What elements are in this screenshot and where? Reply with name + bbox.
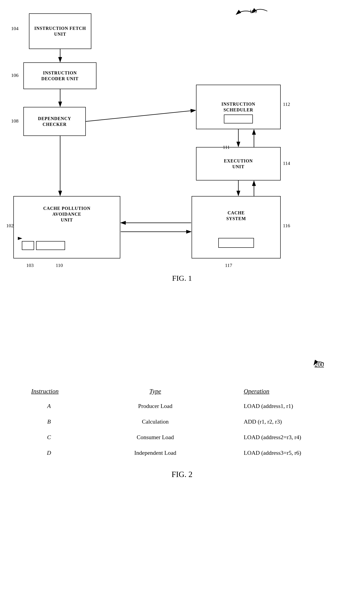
instruction-scheduler-block: INSTRUCTIONSCHEDULER bbox=[196, 85, 281, 129]
ref-111: 111 bbox=[223, 144, 230, 150]
instruction-fetch-block: INSTRUCTION FETCH UNIT bbox=[29, 13, 91, 49]
ref-100: 100 bbox=[250, 8, 257, 14]
ref-104: 104 bbox=[11, 26, 18, 31]
row-b-instruction: B bbox=[31, 418, 67, 425]
dependency-checker-block: DEPENDENCYCHECKER bbox=[23, 107, 86, 136]
fig2-title: FIG. 2 bbox=[18, 470, 346, 479]
instruction-decoder-block: INSTRUCTIONDECODER UNIT bbox=[23, 62, 97, 89]
page: { "fig1": { "title": "FIG. 1", "ref_100"… bbox=[0, 0, 364, 596]
ref-116: 116 bbox=[283, 223, 290, 229]
cache-system-block: CACHESYSTEM bbox=[192, 196, 281, 259]
row-a-operation: LOAD (address1, r1) bbox=[244, 403, 333, 410]
col-instruction-header: Instruction bbox=[31, 388, 67, 395]
fig1-diagram: 100 INSTRUCTION FETCH UNIT 104 INSTRUCTI… bbox=[0, 0, 364, 379]
arrows-svg bbox=[0, 0, 364, 379]
ref-114: 114 bbox=[283, 160, 290, 166]
row-a-type: Producer Load bbox=[124, 403, 186, 410]
ref-103: 103 bbox=[26, 262, 34, 268]
fig1-title: FIG. 1 bbox=[0, 274, 364, 283]
ref-102: 102 bbox=[6, 223, 14, 229]
ref-112: 112 bbox=[283, 101, 290, 107]
row-d-type: Independent Load bbox=[124, 450, 186, 456]
row-c-type: Consumer Load bbox=[124, 434, 186, 441]
table-header-row: Instruction Type Operation bbox=[31, 388, 333, 396]
table-row: C Consumer Load LOAD (address2=r3, r4) bbox=[31, 434, 333, 441]
row-d-operation: LOAD (address3=r5, r6) bbox=[244, 450, 333, 456]
row-c-operation: LOAD (address2=r3, r4) bbox=[244, 434, 333, 441]
table-row: D Independent Load LOAD (address3=r5, r6… bbox=[31, 450, 333, 456]
ref200-arrow bbox=[311, 359, 328, 370]
col-operation-header: Operation bbox=[244, 388, 333, 395]
cache-pollution-block: CACHE POLLUTIONAVOIDANCEUNIT bbox=[13, 196, 120, 259]
row-b-operation: ADD (r1, r2, r3) bbox=[244, 418, 333, 425]
col-type-header: Type bbox=[124, 388, 186, 395]
svg-line-4 bbox=[86, 110, 196, 121]
row-b-type: Calculation bbox=[124, 418, 186, 425]
table-row: B Calculation ADD (r1, r2, r3) bbox=[31, 418, 333, 425]
fig2-diagram: 200 Instruction Type Operation A Produce… bbox=[0, 357, 364, 492]
fig2-table: Instruction Type Operation A Producer Lo… bbox=[18, 388, 346, 456]
row-a-instruction: A bbox=[31, 403, 67, 410]
ref-106: 106 bbox=[11, 72, 18, 78]
table-row: A Producer Load LOAD (address1, r1) bbox=[31, 403, 333, 410]
ref-110: 110 bbox=[56, 262, 63, 268]
row-d-instruction: D bbox=[31, 450, 67, 456]
ref-108: 108 bbox=[11, 118, 18, 124]
row-c-instruction: C bbox=[31, 434, 67, 441]
ref-117: 117 bbox=[225, 262, 232, 268]
execution-unit-block: EXECUTIONUNIT bbox=[196, 147, 281, 180]
